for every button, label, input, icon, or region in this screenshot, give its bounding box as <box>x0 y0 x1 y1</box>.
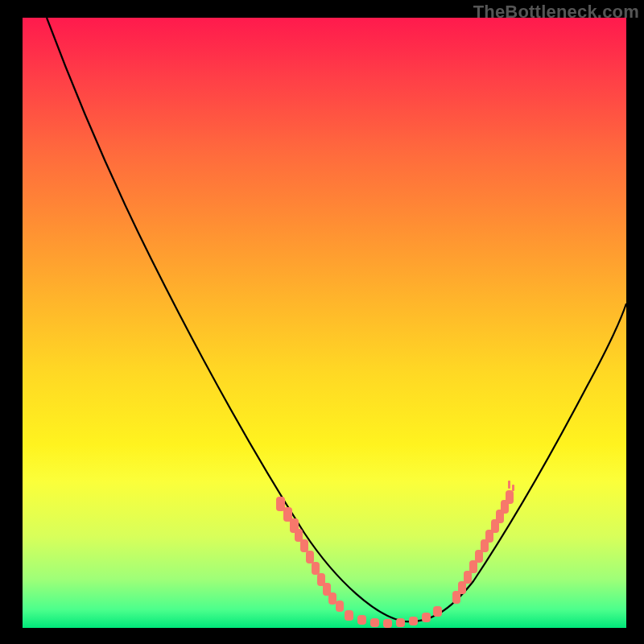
chart-frame: TheBottleneck.com <box>0 0 644 644</box>
svg-rect-9 <box>328 592 336 605</box>
svg-rect-17 <box>422 613 431 622</box>
chart-plot-area <box>23 18 626 628</box>
svg-rect-12 <box>357 615 366 625</box>
svg-rect-5 <box>306 551 314 564</box>
svg-rect-29 <box>506 490 514 504</box>
highlight-markers-bottom <box>345 606 442 628</box>
svg-rect-30 <box>508 481 510 489</box>
svg-rect-22 <box>469 560 477 573</box>
svg-rect-23 <box>475 550 483 563</box>
svg-rect-14 <box>383 619 392 628</box>
svg-rect-11 <box>345 610 353 621</box>
svg-rect-15 <box>396 618 405 627</box>
svg-rect-21 <box>464 571 472 584</box>
svg-rect-4 <box>300 539 308 552</box>
svg-rect-6 <box>312 562 320 575</box>
svg-rect-0 <box>276 497 285 511</box>
highlight-markers-right <box>452 481 514 604</box>
svg-rect-3 <box>295 529 303 542</box>
main-curve <box>47 18 626 621</box>
svg-rect-18 <box>433 606 442 617</box>
watermark-text: TheBottleneck.com <box>473 2 639 23</box>
highlight-markers-left <box>276 497 344 612</box>
chart-svg <box>23 18 626 628</box>
svg-rect-20 <box>458 581 466 594</box>
svg-rect-13 <box>370 618 379 627</box>
svg-rect-31 <box>512 485 514 491</box>
svg-rect-10 <box>336 601 344 612</box>
svg-rect-16 <box>409 617 418 625</box>
